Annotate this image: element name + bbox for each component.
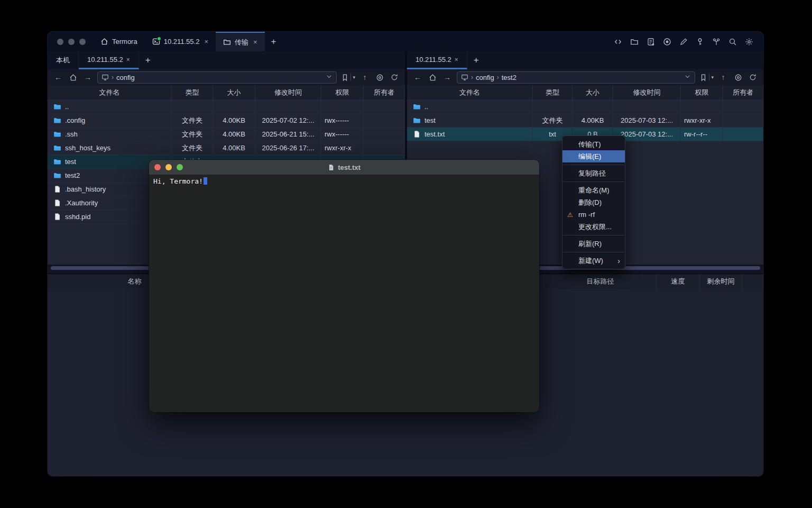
folder-glyph [53,103,61,111]
breadcrumb-separator: › [497,74,499,81]
code-icon-button[interactable] [612,36,624,48]
key-icon-button[interactable] [694,36,706,48]
file-row-ssh_host_keys[interactable]: ssh_host_keys文件夹4.00KB2025-06-26 17:...r… [48,141,405,155]
column-header-类型[interactable]: 类型 [533,85,573,99]
menu-item-复制路径[interactable]: 复制路径 [562,167,625,179]
breadcrumb-segment[interactable]: config [476,74,494,81]
menu-item-更改权限...[interactable]: 更改权限... [562,221,625,233]
settings-icon-button[interactable] [743,36,755,48]
file-cell [364,141,405,155]
right-home-button[interactable] [427,72,438,83]
column-header-修改时间[interactable]: 修改时间 [255,85,321,99]
right-bookmark-button[interactable]: ▾ [699,74,714,81]
editor-close-button[interactable] [154,164,161,170]
editor-minimize-button[interactable] [165,164,172,170]
right-breadcrumb[interactable]: ›config›test2 [457,71,695,84]
eye-icon [734,74,742,81]
column-header-大小[interactable]: 大小 [213,85,255,99]
menu-item-rm -rf[interactable]: ⚠rm -rf [562,208,625,221]
menu-item-删除(D)[interactable]: 删除(D) [562,196,625,208]
main-tab-10.211.55.2[interactable]: 10.211.55.2× [145,32,216,51]
left-home-button[interactable] [68,72,78,83]
menu-item-编辑(E)[interactable]: 编辑(E) [562,150,625,162]
minimize-window-button[interactable] [68,39,75,45]
editor-content[interactable]: Hi, Termora! [149,175,539,412]
column-header-类型[interactable]: 类型 [172,85,213,99]
column-header-修改时间[interactable]: 修改时间 [613,85,681,99]
transfer-column-剩余时间[interactable]: 剩余时间 [700,274,742,289]
left-show-hidden-button[interactable] [374,72,385,83]
chevron-down-icon[interactable] [326,73,333,80]
caret-down-icon[interactable]: ▾ [353,75,355,80]
left-tab-本机[interactable]: 本机 [48,51,79,69]
file-row-.config[interactable]: .config文件夹4.00KB2025-07-02 12:...rwx----… [48,114,405,128]
keychain-icon-button[interactable] [710,36,722,48]
main-tab-Termora[interactable]: Termora [93,32,145,51]
right-upload-button[interactable]: ↑ [718,72,728,83]
left-back-button[interactable]: ← [53,72,63,83]
pencil-icon-button[interactable] [678,36,689,48]
menu-separator [563,182,624,182]
right-back-button[interactable]: ← [412,72,423,83]
left-forward-button[interactable]: → [82,72,93,83]
record-icon-button[interactable] [661,36,673,48]
left-upload-button[interactable]: ↑ [359,72,370,83]
file-cell [613,100,681,113]
zoom-window-button[interactable] [79,39,86,45]
transfer-column-速度[interactable]: 速度 [657,274,700,289]
new-tab-button[interactable]: + [265,32,283,51]
close-tab-icon[interactable]: × [253,38,257,46]
left-refresh-button[interactable] [389,72,400,83]
left-breadcrumb[interactable]: ›config [97,71,337,84]
bookmark-icon [341,74,349,81]
right-new-tab-button[interactable]: + [467,51,485,69]
text-cursor [204,177,207,185]
menu-item-传输(T)[interactable]: 传输(T) [562,138,625,150]
left-tab-10.211.55.2[interactable]: 10.211.55.2× [79,51,139,69]
left-bookmark-button[interactable]: ▾ [341,74,355,81]
log-icon-button[interactable] [645,36,657,48]
menu-item-label: 新建(W) [578,256,603,266]
close-tab-icon[interactable]: × [455,56,458,64]
menu-item-刷新(R)[interactable]: 刷新(R) [562,238,625,250]
folder-icon-button[interactable] [629,36,640,48]
left-new-tab-button[interactable]: + [139,51,157,69]
column-header-权限[interactable]: 权限 [681,85,723,99]
column-header-权限[interactable]: 权限 [321,85,364,99]
column-header-所有者[interactable]: 所有者 [723,85,763,99]
right-tab-10.211.55.2[interactable]: 10.211.55.2× [407,51,467,69]
column-header-文件名[interactable]: 文件名 [407,85,533,99]
file-row-.ssh[interactable]: .ssh文件夹4.00KB2025-06-21 15:...rwx------ [48,128,405,141]
close-tab-icon[interactable]: × [204,38,208,46]
file-name: test [65,158,76,166]
file-row-test[interactable]: test文件夹4.00KB2025-07-03 12:...rwxr-xr-x [407,114,763,128]
breadcrumb-segment[interactable]: test2 [502,74,516,81]
close-tab-icon[interactable]: × [126,56,130,64]
right-forward-button[interactable]: → [442,72,453,83]
editor-zoom-button[interactable] [177,164,183,170]
search-icon-button[interactable] [727,36,739,48]
transfer-column-目标路径[interactable]: 目标路径 [545,274,657,289]
column-header-所有者[interactable]: 所有者 [364,85,405,99]
eye-icon [376,74,384,81]
breadcrumb-segment[interactable]: config [116,74,135,81]
column-header-文件名[interactable]: 文件名 [48,85,172,99]
home-icon [69,74,77,81]
settings-icon [745,38,753,46]
right-refresh-button[interactable] [748,72,758,83]
menu-item-重命名(M)[interactable]: 重命名(M) [562,184,625,196]
transfer-column-blank[interactable] [742,274,763,289]
file-row-..[interactable]: .. [407,100,763,114]
column-header-大小[interactable]: 大小 [573,85,613,99]
file-row-..[interactable]: .. [48,100,405,114]
menu-item-label: 重命名(M) [578,186,610,195]
menu-item-新建(W)[interactable]: 新建(W)› [562,255,625,267]
close-window-button[interactable] [57,39,63,45]
file-glyph [413,130,421,138]
caret-down-icon[interactable]: ▾ [711,75,714,80]
left-panel-tabrow: 本机10.211.55.2× + [48,51,405,70]
main-tab-传输[interactable]: 传输× [216,32,265,51]
chevron-down-icon[interactable] [684,73,691,80]
right-show-hidden-button[interactable] [733,72,743,83]
menu-item-label: 更改权限... [578,222,612,232]
